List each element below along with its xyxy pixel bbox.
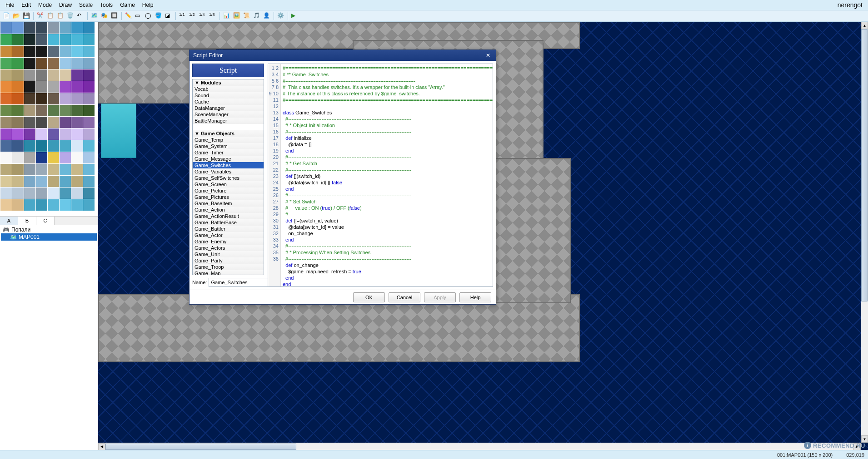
copy-button[interactable]: 📋 <box>46 11 55 20</box>
mode-event-button[interactable]: 🎭 <box>100 11 109 20</box>
menu-scale[interactable]: Scale <box>75 1 96 9</box>
tile[interactable] <box>0 81 12 93</box>
script-list-item[interactable]: Game_SelfSwitches <box>193 175 264 181</box>
script-list-item[interactable]: Game_Picture <box>193 188 264 194</box>
tile[interactable] <box>48 140 59 152</box>
tile[interactable] <box>60 58 71 69</box>
tile[interactable] <box>83 105 95 116</box>
tile[interactable] <box>24 128 35 140</box>
tile[interactable] <box>0 152 12 163</box>
tile[interactable] <box>71 58 83 69</box>
menu-edit[interactable]: Edit <box>18 1 35 9</box>
options-button[interactable]: ⚙️ <box>276 11 285 20</box>
tile[interactable] <box>36 164 47 175</box>
tile[interactable] <box>60 46 71 57</box>
script-editor-button[interactable]: 📜 <box>242 11 251 20</box>
tile[interactable] <box>12 58 24 69</box>
tile[interactable] <box>0 176 12 187</box>
script-list-item[interactable]: Game_Actor <box>193 232 264 238</box>
horizontal-scroll-thumb[interactable] <box>105 444 296 450</box>
tile[interactable] <box>24 152 35 163</box>
script-list-item[interactable]: Game_Enemy <box>193 238 264 245</box>
tile[interactable] <box>83 69 95 81</box>
zoom-1-4-button[interactable]: 1/4 <box>198 11 207 20</box>
script-list-item[interactable]: Game_Switches <box>193 162 264 168</box>
tile[interactable] <box>12 105 24 116</box>
tile[interactable] <box>0 34 12 45</box>
database-button[interactable]: 📊 <box>222 11 231 20</box>
tile[interactable] <box>24 46 35 57</box>
script-list-item[interactable]: ▼ Game Objects <box>193 130 264 137</box>
tile[interactable] <box>36 105 47 116</box>
script-list-item[interactable]: Game_Battler <box>193 226 264 232</box>
tile[interactable] <box>12 93 24 104</box>
script-list-item[interactable]: ▼ Modules <box>193 79 264 86</box>
tile[interactable] <box>71 188 83 199</box>
draw-fill-button[interactable]: 🪣 <box>154 11 163 20</box>
scroll-down-arrow-icon[interactable]: ▼ <box>861 435 868 443</box>
tile[interactable] <box>24 199 35 211</box>
tile[interactable] <box>60 34 71 45</box>
tile[interactable] <box>60 93 71 104</box>
tile[interactable] <box>36 176 47 187</box>
script-list-item[interactable]: Game_Pictures <box>193 194 264 200</box>
script-name-input[interactable] <box>209 278 276 287</box>
tile[interactable] <box>24 140 35 152</box>
tile[interactable] <box>83 34 95 45</box>
tile[interactable] <box>36 188 47 199</box>
tile[interactable] <box>0 128 12 140</box>
draw-ellipse-button[interactable]: ◯ <box>144 11 153 20</box>
script-list-item[interactable]: Game_Troop <box>193 264 264 270</box>
close-icon[interactable]: ✕ <box>484 51 492 59</box>
script-list-item[interactable]: Game_Message <box>193 156 264 162</box>
script-list-item[interactable]: Game_Variables <box>193 168 264 175</box>
tile[interactable] <box>83 199 95 211</box>
tile[interactable] <box>0 58 12 69</box>
tile[interactable] <box>48 93 59 104</box>
cut-button[interactable]: ✂️ <box>36 11 45 20</box>
script-list-item[interactable]: Game_Timer <box>193 149 264 156</box>
zoom-1-8-button[interactable]: 1/8 <box>208 11 217 20</box>
tile[interactable] <box>60 117 71 128</box>
draw-pencil-button[interactable]: ✏️ <box>124 11 133 20</box>
script-list-item[interactable] <box>193 124 264 130</box>
tile[interactable] <box>0 105 12 116</box>
tile[interactable] <box>48 164 59 175</box>
script-list-item[interactable]: Game_Actors <box>193 245 264 251</box>
tile[interactable] <box>36 199 47 211</box>
tile[interactable] <box>83 22 95 34</box>
menu-help[interactable]: Help <box>139 1 157 9</box>
mode-region-button[interactable]: 🔲 <box>110 11 119 20</box>
tile[interactable] <box>83 46 95 57</box>
script-list-item[interactable]: Game_System <box>193 143 264 149</box>
tile[interactable] <box>48 117 59 128</box>
tile[interactable] <box>60 81 71 93</box>
tile[interactable] <box>48 176 59 187</box>
tile[interactable] <box>24 105 35 116</box>
tile[interactable] <box>36 46 47 57</box>
tile[interactable] <box>71 105 83 116</box>
tile[interactable] <box>60 105 71 116</box>
script-list-item[interactable]: DataManager <box>193 105 264 111</box>
code-editor[interactable]: 1 2 3 4 5 6 7 8 9 10 11 12 13 14 15 16 1… <box>268 64 493 287</box>
tile[interactable] <box>12 69 24 81</box>
tile[interactable] <box>71 81 83 93</box>
tile[interactable] <box>12 81 24 93</box>
tile[interactable] <box>60 188 71 199</box>
tile[interactable] <box>48 58 59 69</box>
save-project-button[interactable]: 💾 <box>22 11 31 20</box>
tile[interactable] <box>60 152 71 163</box>
canvas-horizontal-scrollbar[interactable]: ◀ ▶ <box>98 443 861 450</box>
tile[interactable] <box>12 128 24 140</box>
menu-draw[interactable]: Draw <box>55 1 75 9</box>
tileset-tab-a[interactable]: A <box>0 217 18 225</box>
tile[interactable] <box>48 81 59 93</box>
script-list-item[interactable]: BattleManager <box>193 118 264 124</box>
tile[interactable] <box>83 93 95 104</box>
tile[interactable] <box>12 199 24 211</box>
tile[interactable] <box>24 34 35 45</box>
tile[interactable] <box>83 117 95 128</box>
script-list-item[interactable]: Game_Map <box>193 270 264 275</box>
new-project-button[interactable]: 📄 <box>2 11 11 20</box>
tile[interactable] <box>36 58 47 69</box>
